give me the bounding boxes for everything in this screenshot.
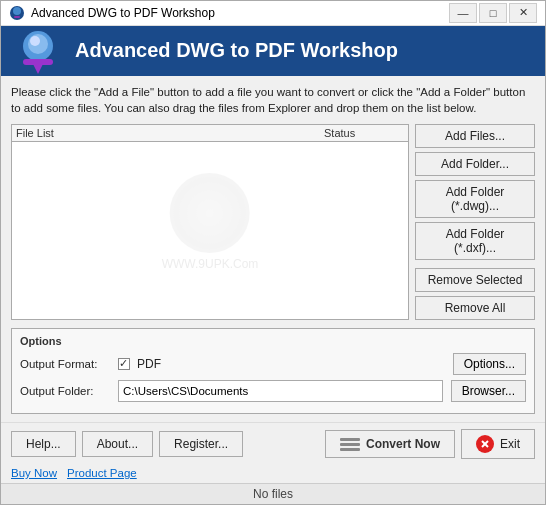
register-button[interactable]: Register... [159,431,243,457]
exit-circle [476,435,494,453]
output-format-label: Output Format: [20,358,110,370]
bottom-bar: Help... About... Register... Convert Now… [1,422,545,465]
svg-point-1 [13,7,21,15]
exit-button[interactable]: Exit [461,429,535,459]
convert-icon [340,436,360,452]
product-page-link[interactable]: Product Page [67,467,137,479]
remove-selected-button[interactable]: Remove Selected [415,268,535,292]
convert-icon-line2 [340,443,360,446]
options-title: Options [20,335,526,347]
file-list-header: File List Status [12,125,408,142]
status-text: No files [253,487,293,501]
title-bar: Advanced DWG to PDF Workshop — □ ✕ [1,1,545,26]
status-bar: No files [1,483,545,504]
output-folder-input[interactable] [118,380,443,402]
remove-all-button[interactable]: Remove All [415,296,535,320]
convert-icon-line3 [340,448,360,451]
svg-rect-2 [14,16,20,18]
app-icon [9,5,25,21]
file-area: File List Status WWW.9UPK.Com Add Files.… [11,124,535,320]
watermark-text: WWW.9UPK.Com [162,257,259,271]
add-folder-button[interactable]: Add Folder... [415,152,535,176]
file-list-container: File List Status WWW.9UPK.Com [11,124,409,320]
col-status-header: Status [324,127,404,139]
convert-icon-line1 [340,438,360,441]
side-buttons: Add Files... Add Folder... Add Folder (*… [415,124,535,320]
options-section: Options Output Format: PDF Options... Ou… [11,328,535,414]
watermark-circle [170,173,250,253]
exit-icon [480,439,490,449]
output-folder-row: Output Folder: Browser... [20,380,526,402]
header-title: Advanced DWG to PDF Workshop [75,39,398,62]
buy-now-link[interactable]: Buy Now [11,467,57,479]
output-format-row: Output Format: PDF Options... [20,353,526,375]
instruction-text: Please click the "Add a File" button to … [11,84,535,116]
links-bar: Buy Now Product Page [1,465,545,483]
header-logo [13,26,63,76]
main-window: Advanced DWG to PDF Workshop — □ ✕ Advan… [0,0,546,505]
header-band: Advanced DWG to PDF Workshop [1,26,545,76]
output-folder-label: Output Folder: [20,385,110,397]
output-format-value: PDF [118,357,161,371]
help-button[interactable]: Help... [11,431,76,457]
add-folder-dxf-button[interactable]: Add Folder (*.dxf)... [415,222,535,260]
format-checkbox[interactable] [118,358,130,370]
about-button[interactable]: About... [82,431,153,457]
minimize-button[interactable]: — [449,3,477,23]
convert-now-label: Convert Now [366,437,440,451]
watermark: WWW.9UPK.Com [162,173,259,271]
logo-svg [13,26,63,76]
options-button[interactable]: Options... [453,353,526,375]
add-folder-dwg-button[interactable]: Add Folder (*.dwg)... [415,180,535,218]
maximize-button[interactable]: □ [479,3,507,23]
exit-label: Exit [500,437,520,451]
convert-now-button[interactable]: Convert Now [325,430,455,458]
add-files-button[interactable]: Add Files... [415,124,535,148]
output-format-text: PDF [137,357,161,371]
content-area: Please click the "Add a File" button to … [1,76,545,422]
window-title: Advanced DWG to PDF Workshop [31,6,215,20]
title-bar-controls: — □ ✕ [449,3,537,23]
browser-button[interactable]: Browser... [451,380,526,402]
svg-point-5 [30,36,40,46]
svg-marker-7 [33,64,43,74]
col-file-header: File List [16,127,324,139]
title-bar-left: Advanced DWG to PDF Workshop [9,5,215,21]
close-button[interactable]: ✕ [509,3,537,23]
